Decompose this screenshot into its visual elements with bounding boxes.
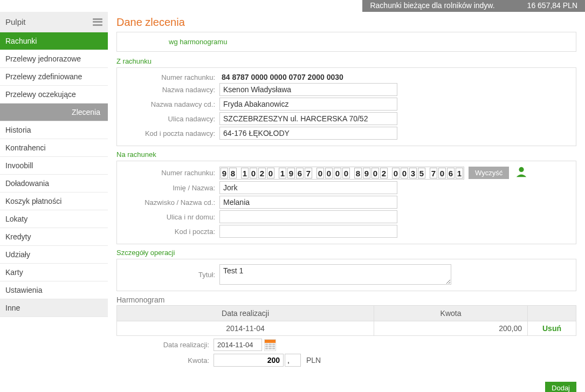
sidebar-item-zlecenia[interactable]: Zlecenia: [0, 104, 108, 121]
clear-button[interactable]: Wyczyść: [469, 167, 509, 179]
sidebar-item-koszyk[interactable]: Koszyk płatności: [0, 192, 108, 210]
currency-label: PLN: [306, 356, 321, 365]
nrb-digit[interactable]: 0: [342, 168, 350, 178]
nrb-digit[interactable]: 0: [438, 168, 446, 178]
input-from-name[interactable]: [219, 83, 397, 96]
sidebar-item-ustawienia[interactable]: Ustawienia: [0, 281, 108, 299]
sidebar-item-przelewy-oczekujace[interactable]: Przelewy oczekujące: [0, 86, 108, 104]
sidebar-item-karty[interactable]: Karty: [0, 264, 108, 281]
account-name: Rachunki bieżące dla rolników indyw.: [370, 1, 494, 11]
section-to: Numer rachunku: 981020196700008902003570…: [116, 161, 576, 244]
sidebar-label: Przelewy zdefiniowane: [5, 72, 82, 81]
nrb-digit[interactable]: 8: [229, 168, 237, 178]
sidebar-item-lokaty[interactable]: Lokaty: [0, 210, 108, 228]
nrb-digit[interactable]: 9: [221, 168, 228, 178]
svg-point-0: [519, 167, 524, 172]
nrb-digit[interactable]: 2: [258, 168, 266, 178]
sidebar-item-inne[interactable]: Inne: [0, 299, 108, 317]
nrb-digit[interactable]: 0: [316, 168, 324, 178]
sidebar-item-przelewy-zdefiniowane[interactable]: Przelewy zdefiniowane: [0, 68, 108, 86]
label-date-realizacji: Data realizacji:: [116, 341, 214, 349]
sidebar-label: Kredyty: [5, 232, 31, 241]
nrb-digit[interactable]: 0: [401, 168, 408, 178]
label-from-post: Kod i poczta nadawcy:: [122, 129, 219, 137]
input-to-name[interactable]: [219, 181, 397, 194]
nrb-digit[interactable]: 9: [363, 168, 370, 178]
sidebar-item-pulpit[interactable]: Pulpit: [0, 12, 108, 32]
label-to-street: Ulica i nr domu:: [122, 213, 219, 221]
sidebar-label: Ustawienia: [5, 286, 42, 294]
account-balance: 16 657,84 PLN: [527, 1, 577, 11]
input-from-name2[interactable]: [219, 98, 397, 111]
label-from-name2: Nazwa nadawcy cd.:: [122, 100, 219, 108]
label-kwota: Kwota:: [116, 356, 214, 365]
sidebar-item-rachunki[interactable]: Rachunki: [0, 32, 108, 50]
nrb-digit[interactable]: 6: [447, 168, 455, 178]
sidebar-label: Invoobill: [5, 161, 33, 170]
schedule-table: Data realizacji Kwota 2014-11-04 200,00 …: [116, 305, 576, 336]
nrb-digit[interactable]: 0: [334, 168, 341, 178]
sidebar-label-pulpit: Pulpit: [5, 17, 26, 26]
sidebar-item-doladowania[interactable]: Doładowania: [0, 175, 108, 192]
nrb-digit[interactable]: 0: [371, 168, 379, 178]
cell-date: 2014-11-04: [117, 321, 374, 336]
section-op: Tytuł:: [116, 259, 576, 291]
main-content: Dane zlecenia wg harmonogramu Z rachunku…: [108, 12, 585, 392]
input-amount-dec[interactable]: [285, 354, 301, 367]
label-from-name: Nazwa nadawcy:: [122, 86, 219, 94]
input-to-account-number[interactable]: 98102019670000890200357061: [219, 167, 464, 180]
label-to-post: Kod i poczta:: [122, 228, 219, 236]
schedule-row: 2014-11-04 200,00 Usuń: [117, 321, 576, 336]
nrb-digit[interactable]: 5: [418, 168, 425, 178]
section-to-label: Na rachunek: [116, 150, 576, 159]
nrb-digit[interactable]: 1: [241, 168, 249, 178]
nrb-digit[interactable]: 0: [250, 168, 257, 178]
nrb-digit[interactable]: 0: [267, 168, 274, 178]
sidebar-item-kredyty[interactable]: Kredyty: [0, 228, 108, 246]
nrb-digit[interactable]: 0: [392, 168, 400, 178]
nrb-digit[interactable]: 1: [279, 168, 286, 178]
nrb-digit[interactable]: 6: [296, 168, 304, 178]
input-to-street[interactable]: [219, 210, 397, 223]
nrb-digit[interactable]: 0: [325, 168, 333, 178]
col-amount: Kwota: [374, 306, 528, 321]
label-to-name2: Nazwisko / Nazwa cd.:: [122, 198, 219, 207]
input-to-post[interactable]: [219, 225, 397, 238]
calendar-icon[interactable]: [264, 339, 276, 351]
nrb-digit[interactable]: 2: [380, 168, 388, 178]
sidebar-item-historia[interactable]: Historia: [0, 121, 108, 139]
schedule-title: Harmonogram: [116, 295, 576, 304]
sidebar-item-udzialy[interactable]: Udziały: [0, 246, 108, 264]
input-op-title[interactable]: [219, 264, 451, 285]
tab-bar: wg harmonogramu: [116, 32, 576, 52]
section-op-label: Szczegóły operacji: [116, 249, 576, 257]
nrb-digit[interactable]: 8: [354, 168, 362, 178]
sidebar-item-kontrahenci[interactable]: Kontrahenci: [0, 139, 108, 157]
sidebar-label: Karty: [5, 268, 23, 277]
input-amount[interactable]: [214, 354, 284, 367]
sidebar-label: Lokaty: [5, 215, 27, 223]
nrb-digit[interactable]: 7: [305, 168, 312, 178]
sidebar-label: Doładowania: [5, 179, 49, 188]
nrb-digit[interactable]: 1: [456, 168, 463, 178]
sidebar-item-invoobill[interactable]: Invoobill: [0, 157, 108, 175]
nrb-digit[interactable]: 3: [409, 168, 417, 178]
nrb-digit[interactable]: 9: [287, 168, 295, 178]
sidebar-label: Przelewy jednorazowe: [5, 54, 81, 63]
sidebar-label: Koszyk płatności: [5, 197, 61, 205]
sidebar-item-przelewy-jednorazowe[interactable]: Przelewy jednorazowe: [0, 50, 108, 68]
input-date[interactable]: [214, 339, 262, 351]
delete-link[interactable]: Usuń: [528, 321, 576, 336]
cell-amount: 200,00: [374, 321, 528, 336]
col-action: [528, 306, 576, 321]
menu-icon[interactable]: [93, 18, 102, 26]
label-to-nr: Numer rachunku:: [122, 169, 219, 177]
input-to-name2[interactable]: [219, 196, 397, 209]
sidebar-label: Udziały: [5, 250, 30, 259]
nrb-digit[interactable]: 7: [430, 168, 437, 178]
input-from-post[interactable]: [219, 127, 397, 140]
tab-harmonogram[interactable]: wg harmonogramu: [169, 38, 227, 46]
input-from-street[interactable]: [219, 112, 397, 125]
contact-icon[interactable]: [515, 166, 527, 180]
add-button[interactable]: Dodaj: [545, 382, 576, 392]
